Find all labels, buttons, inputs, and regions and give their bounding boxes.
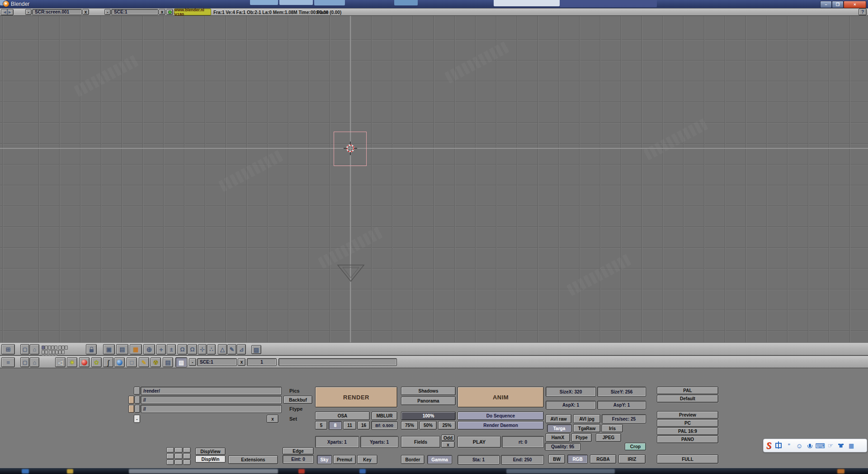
end-field[interactable]: End: 250	[501, 455, 544, 465]
xparts-field[interactable]: Xparts: 1	[315, 436, 359, 448]
rt-field[interactable]: rt: 0	[502, 436, 544, 448]
ipo-buttons-icon[interactable]: ∫	[103, 357, 113, 367]
set-minus-button[interactable]: -	[134, 415, 140, 423]
dispview-toggle[interactable]: DispView	[195, 448, 226, 455]
eint-field[interactable]: Eint: 0	[283, 455, 314, 464]
frame-number-field[interactable]: 1	[247, 358, 277, 366]
avi-raw-button[interactable]: AVI raw	[546, 414, 571, 423]
do-sequence-toggle[interactable]: Do Sequence	[458, 412, 544, 420]
osa-8-button[interactable]: 8	[329, 421, 342, 430]
sizex-field[interactable]: SizeX: 320	[546, 387, 596, 397]
preset-pano-button[interactable]: PANO	[657, 436, 718, 443]
osa-16-button[interactable]: 16	[358, 421, 370, 430]
os-titlebar[interactable]: Blender – ❐ ×	[0, 0, 868, 8]
size-100-button[interactable]: 100%	[401, 412, 456, 420]
camera-object[interactable]	[336, 264, 366, 283]
ftype-toggle-small[interactable]	[128, 405, 134, 413]
backbuf-toggle-small[interactable]	[128, 396, 134, 404]
pics-path-field[interactable]: /render/	[141, 387, 282, 395]
preset-full-button[interactable]: FULL	[657, 455, 718, 464]
bw-button[interactable]: BW	[548, 455, 565, 464]
minimize-button[interactable]: –	[820, 1, 832, 8]
ftype-browse-button[interactable]	[135, 405, 140, 413]
lamp-buttons-icon[interactable]: ☀	[67, 357, 77, 367]
taskbar-icon[interactable]	[837, 469, 844, 474]
dispwin-toggle[interactable]: DispWin	[195, 455, 226, 463]
scene-name-field[interactable]: SCE:1	[197, 358, 237, 366]
scene-browse-icon[interactable]	[166, 9, 173, 15]
full-window-icon[interactable]: ▢	[20, 344, 29, 355]
lasso-icon[interactable]: ⊿	[237, 344, 246, 355]
script-buttons-icon[interactable]: ▤	[163, 357, 173, 367]
collapse-button[interactable]: -	[104, 9, 111, 15]
screen-name-field[interactable]: SCR:screen.001	[32, 9, 82, 15]
chinese-mode-icon[interactable]	[775, 443, 782, 448]
backbuf-path-field[interactable]: //	[141, 396, 282, 404]
pages-icon[interactable]: ▤	[116, 344, 128, 355]
render-daemon-toggle[interactable]: Render Daemon	[458, 421, 544, 430]
world-buttons-icon[interactable]	[114, 357, 125, 367]
soft-keyboard-icon[interactable]: ⌨	[817, 442, 823, 449]
rgba-button[interactable]: RGBA	[590, 455, 616, 464]
material-buttons-icon[interactable]	[79, 357, 90, 367]
targa-button[interactable]: Targa	[547, 424, 571, 432]
taskbar-icon[interactable]	[22, 469, 29, 474]
orange-box-icon[interactable]: ▦	[130, 344, 142, 355]
texture-buttons-icon[interactable]: ✿	[91, 357, 102, 367]
panorama-toggle[interactable]: Panorama	[401, 397, 456, 405]
pics-browse-button[interactable]	[134, 387, 140, 395]
edit-buttons-icon[interactable]: □	[127, 357, 137, 367]
quality-field[interactable]: Quality: 95	[545, 443, 580, 450]
size-75-button[interactable]: 75%	[401, 421, 418, 430]
toolbox-icon[interactable]: ▦	[848, 443, 854, 449]
collapse-button[interactable]: -	[189, 358, 196, 366]
translate-manipulator-icon[interactable]: +	[156, 344, 166, 355]
empty-field[interactable]	[278, 358, 397, 366]
screen-delete-button[interactable]: x	[82, 9, 89, 15]
home-view-icon[interactable]: ⌂	[30, 344, 39, 355]
voice-input-icon[interactable]	[807, 444, 813, 447]
key-toggle[interactable]: Key	[357, 455, 377, 464]
osa-11-button[interactable]: 11	[343, 421, 356, 430]
iris-button[interactable]: Iris	[602, 424, 623, 432]
gamma-toggle[interactable]: Gamma	[427, 455, 452, 464]
odd-toggle[interactable]: Odd	[441, 435, 455, 441]
play-button[interactable]: PLAY	[458, 436, 501, 448]
avi-jpg-button[interactable]: AVI jpg	[573, 414, 600, 423]
snap-icon[interactable]: ⊹	[198, 344, 207, 355]
proportional-falloff-icon[interactable]: Ω	[188, 344, 197, 355]
premul-toggle[interactable]: Premul	[333, 455, 356, 464]
blur-factor-field[interactable]: Bf: 0.500	[371, 421, 397, 430]
proportional-edit-icon[interactable]: Ω	[178, 344, 187, 355]
fields-toggle[interactable]: Fields	[401, 436, 440, 448]
taskbar-window-button[interactable]	[129, 469, 278, 474]
sta-field[interactable]: Sta: 1	[458, 455, 500, 465]
sky-toggle[interactable]: Sky	[317, 455, 332, 464]
preset-pal169-button[interactable]: PAL 16:9	[657, 427, 718, 435]
plus-minus-icon[interactable]: ±	[167, 344, 176, 355]
draw-mode-icon[interactable]: ▣	[103, 344, 115, 355]
handwriting-icon[interactable]: ☞	[827, 442, 834, 449]
window-type-icon[interactable]: ≡	[1, 357, 15, 367]
taskbar-window-button[interactable]	[506, 469, 615, 474]
render-buttons-icon[interactable]: ▨	[175, 357, 187, 367]
preset-default-button[interactable]: Default	[657, 395, 718, 403]
render-button[interactable]: RENDER	[315, 387, 397, 408]
cursor-3d[interactable]	[343, 141, 358, 156]
viewport-3d[interactable]	[0, 16, 868, 342]
image-icon[interactable]: ▨	[251, 345, 261, 354]
sizey-field[interactable]: SizeY: 256	[597, 387, 646, 397]
taskbar-icon[interactable]	[359, 469, 366, 474]
set-clear-button[interactable]: x	[267, 415, 278, 423]
collapse-button[interactable]: -	[25, 9, 32, 15]
ftype-path-field[interactable]: //	[141, 405, 282, 413]
sogou-logo[interactable]: S	[766, 441, 771, 451]
osa-5-button[interactable]: 5	[315, 421, 327, 430]
rgb-button[interactable]: RGB	[567, 455, 588, 464]
aspy-field[interactable]: AspY: 1	[597, 401, 646, 409]
emoji-icon[interactable]: ☺	[796, 442, 802, 449]
help-icon[interactable]: ?	[859, 9, 867, 15]
size-25-button[interactable]: 25%	[438, 421, 456, 430]
window-type-icon[interactable]: ◂┇▸	[1, 9, 14, 15]
taskbar-icon[interactable]	[67, 469, 73, 474]
